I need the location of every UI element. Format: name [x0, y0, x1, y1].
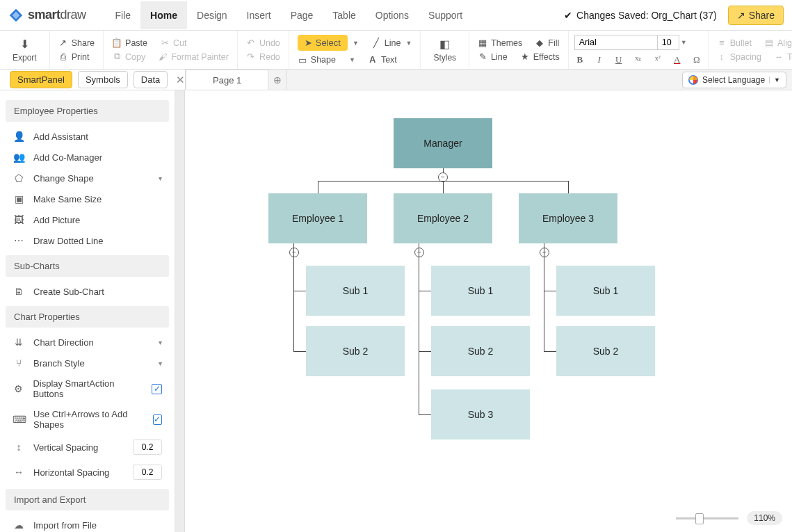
vertical-spacing: ↕Vertical Spacing	[0, 435, 175, 460]
line-style-button[interactable]: ✎Line	[475, 51, 510, 63]
undo-button[interactable]: ↶Undo	[243, 37, 283, 49]
canvas[interactable]: Manager − Employee 1 Employee 2 Employee…	[185, 90, 792, 532]
node-sub2-b[interactable]: Sub 2	[431, 326, 530, 376]
node-employee3[interactable]: Employee 3	[519, 193, 617, 243]
checkbox-checked-icon[interactable]: ✓	[153, 414, 162, 425]
tab-data[interactable]: Data	[134, 71, 168, 88]
menu-home[interactable]: Home	[140, 1, 187, 29]
font-color-button[interactable]: A	[672, 54, 683, 65]
align-button[interactable]: ▤Align	[761, 37, 792, 49]
spacing-button[interactable]: ↕Spacing	[714, 51, 764, 63]
shape-tool[interactable]: ▭Shape▼	[295, 54, 358, 66]
use-ctrl-arrows[interactable]: ⌨Use Ctrl+Arrows to Add Shapes✓	[0, 404, 175, 435]
draw-dotted-line[interactable]: ⋯Draw Dotted Line	[0, 230, 175, 251]
download-icon: ⬇	[20, 38, 29, 51]
font-name-input[interactable]	[574, 35, 658, 50]
bold-button[interactable]: B	[574, 54, 585, 65]
node-manager[interactable]: Manager	[394, 118, 492, 168]
node-sub1-a[interactable]: Sub 1	[306, 266, 405, 316]
node-employee2[interactable]: Employee 2	[394, 193, 492, 243]
text-tool[interactable]: AText	[365, 54, 400, 66]
node-sub2-a[interactable]: Sub 2	[306, 326, 405, 376]
font-size-input[interactable]	[657, 35, 679, 50]
add-page-button[interactable]: ⊕	[268, 70, 286, 90]
styles-button[interactable]: ◧Styles	[426, 38, 463, 63]
chart-direction[interactable]: ⇊Chart Direction▾	[0, 332, 175, 353]
menu-insert[interactable]: Insert	[237, 1, 281, 29]
cut-button[interactable]: ✂Cut	[157, 37, 189, 49]
menu-design[interactable]: Design	[187, 1, 237, 29]
node-sub1-c[interactable]: Sub 1	[556, 266, 655, 316]
add-co-manager[interactable]: 👥Add Co-Manager	[0, 147, 175, 168]
collapse-handle[interactable]: −	[289, 248, 299, 257]
menu-page[interactable]: Page	[281, 1, 323, 29]
connector	[419, 351, 431, 352]
node-sub3-b[interactable]: Sub 3	[431, 389, 530, 440]
underline-button[interactable]: U	[613, 54, 624, 65]
ribbon-share[interactable]: ↗Share	[56, 37, 97, 49]
menu-table[interactable]: Table	[323, 1, 365, 29]
fill-button[interactable]: ◆Fill	[532, 37, 562, 49]
collapse-handle[interactable]: −	[540, 248, 549, 257]
create-sub-chart[interactable]: 🗎Create Sub-Chart	[0, 281, 175, 302]
zoom-handle[interactable]	[695, 513, 704, 524]
effects-button[interactable]: ★Effects	[517, 51, 563, 63]
tab-symbols[interactable]: Symbols	[78, 71, 128, 88]
chevron-down-icon[interactable]: ▼	[406, 40, 412, 47]
connector	[293, 291, 306, 291]
italic-button[interactable]: I	[594, 54, 605, 65]
menu-support[interactable]: Support	[419, 1, 472, 29]
import-from-file[interactable]: ☁Import from File	[0, 515, 175, 532]
doc-tab-page1[interactable]: Page 1	[186, 70, 268, 90]
branch-style[interactable]: ⑂Branch Style▾	[0, 353, 175, 373]
hierarchy-icon: ⇊	[13, 337, 25, 348]
logo: smartdraw	[8, 8, 86, 23]
main: Employee Properties 👤Add Assistant 👥Add …	[0, 90, 792, 532]
bullet-button[interactable]: ≡Bullet	[714, 37, 754, 49]
export-button[interactable]: ⬇Export	[6, 38, 44, 63]
zoom-slider[interactable]	[676, 517, 738, 519]
add-assistant[interactable]: 👤Add Assistant	[0, 126, 175, 147]
add-picture[interactable]: 🖼Add Picture	[0, 209, 175, 230]
fill-icon: ◆	[535, 38, 544, 48]
chevron-down-icon[interactable]: ▼	[353, 40, 359, 47]
sidebar-scrollbar[interactable]	[175, 90, 185, 532]
themes-button[interactable]: ▦Themes	[475, 37, 525, 49]
node-employee1[interactable]: Employee 1	[268, 193, 367, 243]
star-icon: ★	[520, 52, 530, 62]
language-picker[interactable]: Select Language ▼	[682, 72, 786, 88]
chevron-down-icon[interactable]: ▼	[681, 39, 687, 46]
chevron-down-icon[interactable]: ▼	[349, 56, 355, 63]
hspacing-icon: ↔	[13, 467, 25, 478]
tab-smartpanel[interactable]: SmartPanel	[10, 71, 72, 88]
node-sub2-c[interactable]: Sub 2	[556, 326, 655, 376]
copy-button[interactable]: ⧉Copy	[109, 51, 148, 63]
hspacing-input[interactable]	[133, 465, 162, 480]
superscript-button[interactable]: x²	[652, 54, 663, 65]
close-panel-icon[interactable]: ✕	[176, 74, 185, 86]
change-shape[interactable]: ⬠Change Shape▾	[0, 168, 175, 188]
chevron-down-icon[interactable]: ▼	[769, 76, 780, 83]
plus-icon: ⊕	[273, 74, 282, 86]
ribbon-print[interactable]: ⎙Print	[56, 51, 97, 63]
menu-options[interactable]: Options	[366, 1, 419, 29]
node-sub1-b[interactable]: Sub 1	[431, 266, 530, 316]
format-painter-button[interactable]: 🖌Format Painter	[155, 51, 232, 63]
subscript-button[interactable]: x₂	[633, 54, 644, 65]
display-smartaction[interactable]: ⚙Display SmartAction Buttons✓	[0, 373, 175, 404]
paste-button[interactable]: 📋Paste	[109, 37, 150, 49]
zoom-percentage[interactable]: 110%	[747, 511, 782, 525]
checkbox-checked-icon[interactable]: ✓	[152, 384, 162, 394]
collapse-handle[interactable]: −	[414, 248, 424, 257]
make-same-size[interactable]: ▣Make Same Size	[0, 188, 175, 209]
symbol-button[interactable]: Ω	[691, 54, 702, 65]
redo-button[interactable]: ↷Redo	[243, 51, 283, 63]
menu-file[interactable]: File	[106, 1, 141, 29]
select-tool[interactable]: ➤Select▼	[295, 33, 362, 52]
check-icon: ✔	[564, 10, 572, 21]
text-direction-button[interactable]: ↔Text Direction	[771, 51, 792, 63]
ribbon-paragraph-group: ≡Bullet ▤Align ↕Spacing ↔Text Direction	[708, 31, 792, 69]
vspacing-input[interactable]	[133, 440, 162, 455]
share-button[interactable]: ↗ Share	[728, 6, 784, 25]
line-tool[interactable]: ╱Line▼	[369, 33, 415, 52]
